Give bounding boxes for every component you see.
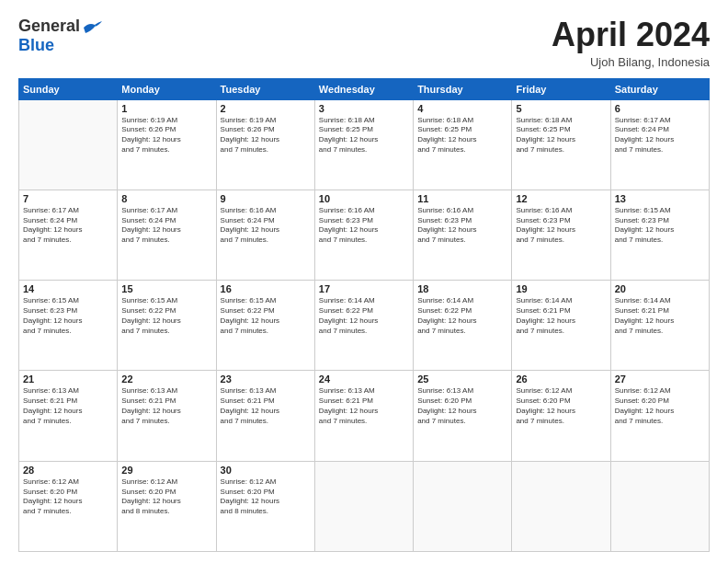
cell-line: Sunrise: 6:13 AM xyxy=(417,386,507,396)
cell-line: and 7 minutes. xyxy=(23,236,113,246)
cell-line: and 7 minutes. xyxy=(516,236,606,246)
day-number: 5 xyxy=(516,103,606,114)
calendar-cell: 7Sunrise: 6:17 AMSunset: 6:24 PMDaylight… xyxy=(19,190,118,280)
calendar-cell: 8Sunrise: 6:17 AMSunset: 6:24 PMDaylight… xyxy=(118,190,216,280)
cell-info-text: Sunrise: 6:18 AMSunset: 6:25 PMDaylight:… xyxy=(516,116,606,155)
calendar-cell xyxy=(610,461,709,551)
calendar-cell: 29Sunrise: 6:12 AMSunset: 6:20 PMDayligh… xyxy=(118,461,216,551)
calendar-cell: 23Sunrise: 6:13 AMSunset: 6:21 PMDayligh… xyxy=(216,371,314,461)
cell-line: Sunrise: 6:14 AM xyxy=(417,296,507,306)
cell-line: Sunset: 6:23 PM xyxy=(516,216,606,226)
cell-info-text: Sunrise: 6:13 AMSunset: 6:20 PMDaylight:… xyxy=(417,386,507,426)
calendar-cell: 17Sunrise: 6:14 AMSunset: 6:22 PMDayligh… xyxy=(314,281,413,371)
calendar-cell: 12Sunrise: 6:16 AMSunset: 6:23 PMDayligh… xyxy=(512,190,610,280)
cell-line: Daylight: 12 hours xyxy=(516,135,606,145)
cell-line: Sunrise: 6:18 AM xyxy=(417,116,507,126)
day-number: 1 xyxy=(121,103,211,114)
cell-line: and 7 minutes. xyxy=(23,417,113,427)
cell-line: Daylight: 12 hours xyxy=(23,316,113,327)
cell-line: and 7 minutes. xyxy=(516,327,606,337)
cell-line: Sunset: 6:20 PM xyxy=(417,396,507,407)
cell-line: and 7 minutes. xyxy=(121,417,211,427)
day-number: 14 xyxy=(23,283,113,294)
calendar-cell xyxy=(19,99,118,190)
cell-line: Daylight: 12 hours xyxy=(417,225,507,236)
cell-line: Sunset: 6:23 PM xyxy=(319,216,409,226)
cell-line: Sunrise: 6:14 AM xyxy=(516,296,606,306)
day-number: 24 xyxy=(319,373,409,385)
calendar-cell: 13Sunrise: 6:15 AMSunset: 6:23 PMDayligh… xyxy=(610,190,709,280)
cell-line: and 7 minutes. xyxy=(615,327,705,337)
cell-line: and 7 minutes. xyxy=(615,236,705,246)
cell-line: Sunrise: 6:13 AM xyxy=(121,386,211,396)
cell-line: Daylight: 12 hours xyxy=(417,135,507,145)
day-number: 2 xyxy=(221,103,311,114)
cell-line: Sunrise: 6:13 AM xyxy=(221,386,311,396)
calendar-cell xyxy=(314,461,413,551)
cell-line: and 7 minutes. xyxy=(417,236,507,246)
calendar-cell: 9Sunrise: 6:16 AMSunset: 6:24 PMDaylight… xyxy=(216,190,314,280)
day-number: 3 xyxy=(319,103,409,114)
cell-line: Sunrise: 6:19 AM xyxy=(221,116,311,126)
cell-line: Sunrise: 6:17 AM xyxy=(615,116,705,126)
calendar-week-row: 7Sunrise: 6:17 AMSunset: 6:24 PMDaylight… xyxy=(19,190,710,280)
cell-line: Sunset: 6:21 PM xyxy=(121,396,211,407)
cell-line: Sunrise: 6:12 AM xyxy=(121,477,211,488)
cell-line: and 8 minutes. xyxy=(121,507,211,517)
cell-line: Sunset: 6:24 PM xyxy=(23,216,113,226)
calendar-cell: 18Sunrise: 6:14 AMSunset: 6:22 PMDayligh… xyxy=(414,281,512,371)
cell-line: Sunset: 6:26 PM xyxy=(221,125,311,135)
cell-line: Sunset: 6:21 PM xyxy=(516,306,606,316)
cell-line: Daylight: 12 hours xyxy=(121,497,211,507)
page: General Blue April 2024 Ujoh Bilang, Ind… xyxy=(0,0,728,563)
col-thursday: Thursday xyxy=(414,78,512,99)
logo-blue-text: Blue xyxy=(18,36,54,54)
cell-line: and 7 minutes. xyxy=(319,417,409,427)
month-year-title: April 2024 xyxy=(552,17,710,53)
cell-line: Sunset: 6:24 PM xyxy=(221,216,311,226)
day-number: 13 xyxy=(615,193,705,204)
col-sunday: Sunday xyxy=(19,78,118,99)
cell-line: and 7 minutes. xyxy=(121,236,211,246)
title-block: April 2024 Ujoh Bilang, Indonesia xyxy=(552,17,710,69)
calendar-cell: 3Sunrise: 6:18 AMSunset: 6:25 PMDaylight… xyxy=(314,99,413,190)
cell-line: Sunset: 6:22 PM xyxy=(417,306,507,316)
cell-line: Sunrise: 6:15 AM xyxy=(615,206,705,216)
cell-line: Sunset: 6:23 PM xyxy=(417,216,507,226)
day-number: 22 xyxy=(121,373,211,385)
calendar-cell: 14Sunrise: 6:15 AMSunset: 6:23 PMDayligh… xyxy=(19,281,118,371)
day-number: 4 xyxy=(417,103,507,114)
calendar-body: 1Sunrise: 6:19 AMSunset: 6:26 PMDaylight… xyxy=(19,99,710,551)
cell-info-text: Sunrise: 6:15 AMSunset: 6:23 PMDaylight:… xyxy=(615,206,705,246)
day-number: 6 xyxy=(615,103,705,114)
cell-info-text: Sunrise: 6:17 AMSunset: 6:24 PMDaylight:… xyxy=(121,206,211,246)
cell-info-text: Sunrise: 6:12 AMSunset: 6:20 PMDaylight:… xyxy=(23,477,113,517)
cell-info-text: Sunrise: 6:16 AMSunset: 6:24 PMDaylight:… xyxy=(221,206,311,246)
cell-info-text: Sunrise: 6:12 AMSunset: 6:20 PMDaylight:… xyxy=(221,477,311,517)
day-number: 12 xyxy=(516,193,606,204)
cell-line: Daylight: 12 hours xyxy=(221,497,311,507)
cell-info-text: Sunrise: 6:13 AMSunset: 6:21 PMDaylight:… xyxy=(121,386,211,426)
cell-line: and 7 minutes. xyxy=(221,327,311,337)
cell-line: and 7 minutes. xyxy=(221,236,311,246)
cell-info-text: Sunrise: 6:18 AMSunset: 6:25 PMDaylight:… xyxy=(319,116,409,155)
calendar-table: Sunday Monday Tuesday Wednesday Thursday… xyxy=(18,78,710,552)
cell-line: Sunset: 6:23 PM xyxy=(615,216,705,226)
day-number: 7 xyxy=(23,193,113,204)
day-number: 9 xyxy=(221,193,311,204)
cell-line: and 7 minutes. xyxy=(615,417,705,427)
logo-bird-icon xyxy=(82,20,102,35)
cell-line: Sunrise: 6:17 AM xyxy=(121,206,211,216)
cell-line: Sunset: 6:21 PM xyxy=(221,396,311,407)
logo: General Blue xyxy=(18,17,102,55)
calendar-cell: 2Sunrise: 6:19 AMSunset: 6:26 PMDaylight… xyxy=(216,99,314,190)
cell-line: Daylight: 12 hours xyxy=(221,316,311,327)
calendar-cell: 28Sunrise: 6:12 AMSunset: 6:20 PMDayligh… xyxy=(19,461,118,551)
cell-line: and 7 minutes. xyxy=(23,327,113,337)
cell-info-text: Sunrise: 6:12 AMSunset: 6:20 PMDaylight:… xyxy=(121,477,211,517)
cell-line: Sunrise: 6:16 AM xyxy=(516,206,606,216)
cell-line: and 7 minutes. xyxy=(417,417,507,427)
calendar-cell: 30Sunrise: 6:12 AMSunset: 6:20 PMDayligh… xyxy=(216,461,314,551)
calendar-cell: 15Sunrise: 6:15 AMSunset: 6:22 PMDayligh… xyxy=(118,281,216,371)
cell-line: Sunset: 6:20 PM xyxy=(23,488,113,498)
